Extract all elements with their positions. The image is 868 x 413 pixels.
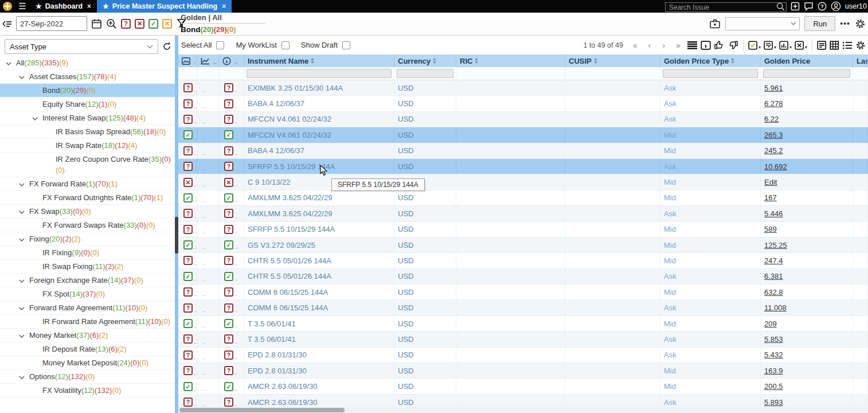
check-status-icon[interactable]: ✓ bbox=[183, 130, 193, 139]
sidebar-item-ir-fixing[interactable]: IR Fixing(9)(0)(0) bbox=[0, 246, 175, 260]
cross-status-icon[interactable]: ✕ bbox=[224, 178, 233, 187]
sidebar-item-fixing[interactable]: Fixing(20)(2)(2) bbox=[0, 232, 175, 246]
table-row[interactable]: ?....?..SFRFP 5.5 10/15/29 144AUSDMid589 bbox=[178, 222, 868, 237]
row-density-icon[interactable] bbox=[687, 41, 698, 50]
golden-price-cell-value[interactable]: 6.22 bbox=[764, 115, 779, 123]
table-row[interactable]: ?....?..CHTR 5.5 05/01/26 144AUSDMid247.… bbox=[178, 253, 868, 268]
sidebar-item-ir-zero-coupon-curve-rate[interactable]: IR Zero Coupon Curve Rate(35)(0)(0) bbox=[0, 153, 175, 177]
check-status-icon[interactable]: ✓ bbox=[183, 240, 193, 250]
chevron-down-icon[interactable] bbox=[32, 112, 42, 123]
golden-price-cell-value[interactable]: 125.25 bbox=[764, 241, 787, 250]
add-issue-icon[interactable] bbox=[791, 2, 800, 11]
golden-price-cell-value[interactable]: 11.008 bbox=[764, 303, 787, 312]
question-status-icon[interactable]: ? bbox=[224, 256, 233, 265]
table-row[interactable]: ✕....✕..C 9 10/13/22USDMidEdit bbox=[178, 174, 868, 190]
filter-rejected-icon[interactable]: ✕ bbox=[135, 19, 144, 29]
question-status-icon[interactable]: ? bbox=[224, 209, 233, 218]
golden-price-cell-value[interactable]: 5.432 bbox=[764, 350, 783, 359]
search-icon[interactable] bbox=[776, 2, 785, 11]
check-status-icon[interactable]: ✓ bbox=[183, 193, 193, 202]
table-row[interactable]: ?....?..COMM 6 06/15/25 144AUSDAsk11.008 bbox=[178, 300, 868, 315]
search-issue-field[interactable] bbox=[665, 2, 787, 11]
table-row[interactable]: ✓....✓..AMCR 2.63 06/19/30USDMid200.5 bbox=[178, 379, 868, 394]
chevron-down-icon[interactable] bbox=[19, 302, 29, 313]
table-row[interactable]: ?....?..BABA 4 12/06/37USDMid245.2 bbox=[178, 143, 868, 159]
close-tab-icon[interactable]: × bbox=[222, 2, 226, 10]
my-worklist-checkbox[interactable] bbox=[281, 41, 290, 49]
valuation-date-input[interactable] bbox=[16, 16, 87, 31]
currency-filter-input[interactable] bbox=[397, 69, 453, 78]
grid-settings-icon[interactable] bbox=[855, 40, 866, 50]
question-status-icon[interactable]: ? bbox=[183, 256, 193, 265]
sidebar-item-fx-forward-rate[interactable]: FX Forward Rate(1)(70)(1) bbox=[0, 177, 175, 191]
column-header-cusip[interactable]: CUSIP bbox=[565, 54, 660, 67]
thumbs-up-icon[interactable] bbox=[714, 40, 725, 50]
table-row[interactable]: ✓....✓..CHTR 5.5 05/01/26 144AUSDAsk6.38… bbox=[178, 269, 868, 285]
column-header-currency[interactable]: Currency bbox=[394, 54, 456, 67]
table-row[interactable]: ?....?..EPD 2.8 01/31/30USDMid163.9 bbox=[178, 363, 868, 379]
sidebar-item-asset-classes[interactable]: Asset Classes(157)(78)(4) bbox=[0, 70, 175, 84]
golden-price-cell-value[interactable]: 200.5 bbox=[764, 382, 783, 391]
refresh-icon[interactable] bbox=[162, 42, 171, 51]
main-menu-icon[interactable]: ☰ bbox=[15, 0, 30, 13]
golden-price-type-filter-input[interactable] bbox=[663, 69, 758, 78]
check-status-icon[interactable]: ✓ bbox=[224, 193, 233, 202]
question-status-icon[interactable]: ? bbox=[224, 162, 233, 171]
horizontal-scrollbar-thumb[interactable] bbox=[179, 408, 345, 412]
golden-price-cell-value[interactable]: 265.3 bbox=[764, 131, 783, 139]
instrument-name-filter-input[interactable] bbox=[247, 69, 392, 78]
question-status-icon[interactable]: ? bbox=[224, 99, 233, 108]
close-tab-icon[interactable]: × bbox=[87, 2, 91, 10]
tab-dashboard[interactable]: ★ Dashboard × bbox=[30, 0, 97, 13]
show-draft-checkbox[interactable] bbox=[342, 41, 350, 49]
check-status-icon[interactable]: ✓ bbox=[224, 319, 233, 328]
golden-price-cell-value[interactable]: 632.8 bbox=[764, 288, 783, 297]
table-row[interactable]: ✓....✓..MFCCN V4.061 02/24/32USDMid265.3 bbox=[178, 127, 868, 143]
chevron-down-icon[interactable] bbox=[6, 57, 16, 68]
table-row[interactable]: ?....?..AMXLMM 3.625 04/22/29USDAsk5.446 bbox=[178, 206, 868, 221]
info-panel-icon[interactable] bbox=[701, 41, 711, 50]
column-header-instrument-name[interactable]: Instrument Name bbox=[244, 54, 394, 67]
calendar-icon[interactable] bbox=[91, 18, 102, 29]
chevron-down-icon[interactable] bbox=[19, 275, 29, 286]
golden-price-cell-value[interactable]: 6.381 bbox=[764, 272, 783, 280]
question-status-icon[interactable]: ? bbox=[183, 366, 193, 375]
check-status-icon[interactable]: ✓ bbox=[183, 382, 193, 391]
column-thumbnail[interactable]: . bbox=[178, 54, 197, 67]
user-avatar[interactable] bbox=[831, 1, 841, 11]
tab-price-master-suspect-handling[interactable]: ★ Price Master Suspect Handling × bbox=[97, 0, 232, 13]
sidebar-item-options[interactable]: Options(12)(132)(0) bbox=[0, 370, 175, 384]
golden-price-cell-value[interactable]: 5.961 bbox=[764, 84, 783, 92]
table-row[interactable]: ✓....✓..GS V3.272 09/29/25USDMid125.25 bbox=[178, 237, 868, 253]
sidebar-item-foreign-exchange-rate[interactable]: Foreign Exchange Rate(14)(37)(0) bbox=[0, 274, 175, 287]
filter-pending-icon[interactable]: ✕ bbox=[162, 19, 172, 29]
chart-menu-icon[interactable]: ▾ bbox=[779, 41, 792, 50]
sidebar-item-fx-volatility[interactable]: FX Volatility(12)(132)(0) bbox=[0, 384, 175, 398]
question-status-icon[interactable]: ? bbox=[224, 115, 233, 124]
column-chart[interactable]: .. bbox=[197, 54, 219, 67]
sidebar-item-money-market[interactable]: Money Market(37)(6)(2) bbox=[0, 329, 175, 342]
filter-approved-icon[interactable]: ✓ bbox=[148, 19, 158, 29]
chevron-down-icon[interactable] bbox=[19, 371, 29, 382]
grid-view-icon[interactable] bbox=[830, 41, 839, 50]
table-row[interactable]: ✓....✓..T 3.5 06/01/41USDMid209 bbox=[178, 316, 868, 332]
chevron-down-icon[interactable] bbox=[19, 233, 29, 244]
check-status-icon[interactable]: ✓ bbox=[224, 272, 233, 281]
question-status-icon[interactable]: ? bbox=[224, 366, 233, 375]
sidebar-item-forward-rate-agreement[interactable]: Forward Rate Agreement(11)(10)(0) bbox=[0, 301, 175, 315]
column-header-golden-price-type[interactable]: Golden Price Type bbox=[660, 54, 761, 67]
reject-menu-icon[interactable]: ▾ bbox=[795, 41, 807, 50]
collapse-panel-icon[interactable] bbox=[2, 20, 12, 28]
table-row[interactable]: ?....?..SFRFP 5.5 10/15/29 144AUSDAsk10.… bbox=[178, 159, 868, 174]
sidebar-item-money-market-deposit[interactable]: Money Market Deposit(24)(0)(0) bbox=[0, 356, 175, 370]
filter-suspect-icon[interactable]: ? bbox=[121, 19, 131, 29]
thumbs-down-icon[interactable] bbox=[728, 40, 738, 50]
golden-price-cell-value[interactable]: 6.278 bbox=[764, 99, 783, 108]
table-row[interactable]: ?....?..BABA 4 12/06/37USDAsk6.278 bbox=[178, 96, 868, 111]
check-status-icon[interactable]: ✓ bbox=[224, 382, 233, 391]
check-status-icon[interactable]: ✓ bbox=[183, 319, 193, 328]
table-row[interactable]: ?....?..EPD 2.8 01/31/30USDAsk5.432 bbox=[178, 348, 868, 363]
question-status-icon[interactable]: ? bbox=[183, 334, 193, 344]
golden-price-cell-value[interactable]: 247.4 bbox=[764, 256, 783, 265]
sidebar-item-fx-swap[interactable]: FX Swap(33)(0)(0) bbox=[0, 205, 175, 219]
